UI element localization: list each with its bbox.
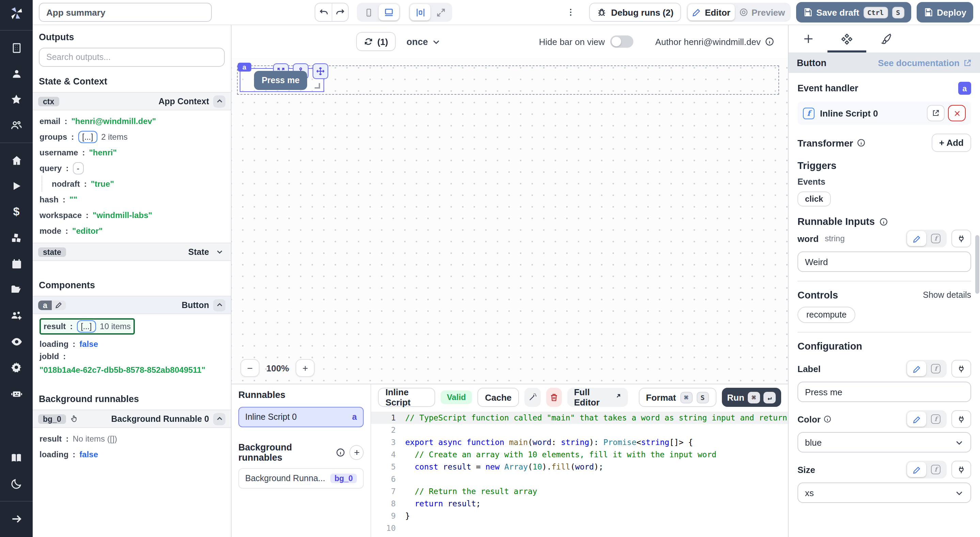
add-bg-runnable-button[interactable] [350, 445, 364, 460]
expand-chevron-down-icon[interactable] [213, 246, 226, 258]
inline-script-item[interactable]: Inline Script 0 a [239, 407, 364, 427]
info-icon[interactable] [823, 415, 832, 423]
selected-button-component[interactable]: a Press me [240, 68, 324, 92]
user-icon[interactable] [0, 61, 33, 86]
output-row[interactable]: hash:"" [40, 191, 224, 207]
event-script-row[interactable]: f Inline Script 0 [797, 102, 971, 125]
scrollbar-thumb[interactable] [975, 235, 979, 294]
workers-users-gear-icon[interactable] [0, 303, 33, 328]
size-select[interactable]: xs [797, 483, 971, 503]
home-icon[interactable] [0, 147, 33, 173]
info-icon[interactable] [765, 37, 774, 46]
language-button[interactable]: Inline Script [378, 388, 435, 407]
delete-trash-icon[interactable] [546, 388, 562, 407]
workspace-icon[interactable] [0, 35, 33, 61]
info-icon[interactable] [856, 138, 865, 147]
more-menu-button[interactable] [563, 3, 578, 21]
label-input[interactable] [797, 382, 971, 402]
connect-plug-icon[interactable] [951, 461, 971, 478]
gear-icon[interactable] [0, 354, 33, 380]
collapse-chevron-up-icon[interactable] [213, 299, 226, 311]
hide-bar-toggle[interactable] [610, 35, 633, 48]
runs-play-icon[interactable] [0, 173, 33, 199]
mobile-view-button[interactable] [358, 4, 379, 21]
recompute-chip[interactable]: recompute [797, 307, 855, 323]
app-canvas[interactable]: a Press me − 100% + [232, 58, 788, 384]
eval-function-icon[interactable]: f [926, 361, 945, 376]
output-row[interactable]: nodraft:"true" [41, 176, 224, 191]
refresh-interval-select[interactable]: once [407, 37, 441, 47]
run-button[interactable]: Run ⌘ ↵ [722, 388, 781, 407]
output-row[interactable]: mode:"editor" [40, 223, 224, 239]
undo-button[interactable] [315, 3, 332, 21]
eval-function-icon[interactable]: f [926, 231, 945, 246]
output-row[interactable]: result:[...]10 items [40, 318, 135, 335]
docs-book-icon[interactable] [0, 445, 33, 471]
resources-cubes-icon[interactable] [0, 225, 33, 251]
component-id-chip[interactable]: a [38, 300, 67, 310]
static-pencil-icon[interactable] [907, 462, 926, 477]
robot-icon[interactable] [0, 380, 33, 406]
windmill-logo-icon[interactable] [0, 0, 33, 26]
redo-button[interactable] [332, 3, 348, 21]
eval-function-icon[interactable]: f [926, 412, 945, 427]
center-content-button[interactable] [410, 4, 430, 21]
info-icon[interactable] [879, 217, 888, 226]
collapse-chevron-up-icon[interactable] [213, 95, 226, 107]
save-draft-button[interactable]: Save draft Ctrl S [796, 2, 911, 22]
see-documentation-link[interactable]: See documentation [878, 57, 972, 68]
move-icon[interactable] [313, 64, 328, 79]
word-input[interactable] [797, 252, 971, 272]
component-settings-tab[interactable] [827, 25, 866, 53]
press-me-button[interactable]: Press me [254, 71, 307, 90]
code-lines[interactable]: 1// TypeScript function called "main" th… [371, 410, 788, 537]
debug-runs-button[interactable]: Debug runs (2) [589, 3, 681, 22]
remove-script-icon[interactable] [948, 105, 966, 121]
edit-pencil-icon[interactable] [52, 300, 67, 310]
format-button[interactable]: Format ⌘ S [638, 388, 716, 407]
ctx-section-header[interactable]: ctx App Context [33, 92, 231, 110]
bg-runnable-item[interactable]: Background Runna... bg_0 [239, 468, 364, 489]
static-pencil-icon[interactable] [907, 231, 926, 246]
zoom-in-button[interactable]: + [296, 359, 315, 377]
full-editor-button[interactable]: Full Editor [567, 388, 628, 407]
output-row[interactable]: query:- [40, 160, 224, 176]
output-row[interactable]: workspace:"windmill-labs" [40, 207, 224, 223]
editor-tab[interactable]: Editor [688, 4, 735, 21]
output-row[interactable]: username:"henri" [40, 145, 224, 160]
bg0-section-header[interactable]: bg_0 Background Runnable 0 [33, 410, 231, 428]
open-script-icon[interactable] [927, 105, 945, 121]
preview-tab[interactable]: Preview [735, 4, 789, 21]
connect-plug-icon[interactable] [951, 410, 971, 428]
expand-rail-arrow-icon[interactable] [0, 506, 33, 532]
resize-handle[interactable] [315, 83, 320, 89]
state-section-header[interactable]: state State [33, 242, 231, 261]
click-event-chip[interactable]: click [797, 191, 830, 207]
output-row[interactable]: loading:false [40, 336, 224, 352]
output-row[interactable]: loading:false [40, 446, 224, 462]
variables-dollar-icon[interactable]: $ [0, 199, 33, 225]
static-pencil-icon[interactable] [907, 361, 926, 376]
eval-function-icon[interactable]: f [926, 462, 945, 477]
recompute-all-button[interactable]: (1) [356, 32, 396, 51]
output-row[interactable]: email:"henri@windmill.dev" [40, 113, 224, 129]
output-row[interactable]: groups:[...]2 items [40, 129, 224, 145]
star-icon[interactable] [0, 86, 33, 112]
show-details-link[interactable]: Show details [923, 290, 971, 300]
info-icon[interactable] [336, 448, 345, 457]
output-row[interactable]: result:No items ([]) [40, 431, 224, 446]
desktop-view-button[interactable] [379, 4, 399, 21]
deploy-button[interactable]: Deploy [916, 2, 973, 22]
folders-icon[interactable] [0, 277, 33, 303]
search-outputs-input[interactable] [39, 48, 225, 67]
component-a-header[interactable]: a Button [33, 296, 231, 314]
connect-plug-icon[interactable] [951, 229, 971, 247]
schedules-calendar-icon[interactable] [0, 251, 33, 277]
app-summary-input[interactable] [39, 3, 212, 22]
dark-mode-moon-icon[interactable] [0, 471, 33, 497]
output-row[interactable]: jobId:"018b1a4e-62c7-db5b-8578-852ab8049… [40, 352, 224, 375]
zoom-out-button[interactable]: − [240, 359, 259, 377]
styling-brush-tab[interactable] [866, 25, 905, 53]
add-component-tab[interactable] [789, 25, 827, 53]
fullwidth-button[interactable] [430, 4, 451, 21]
